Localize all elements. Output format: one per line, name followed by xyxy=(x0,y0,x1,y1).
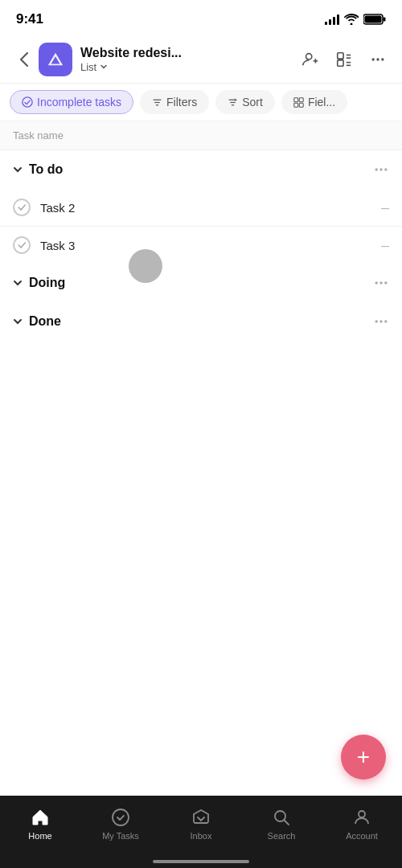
chevron-down-icon xyxy=(100,63,108,71)
header: Website redesi... List xyxy=(0,35,402,84)
task-row[interactable]: Task 2 – xyxy=(0,189,402,227)
home-icon xyxy=(30,807,51,828)
svg-point-31 xyxy=(375,281,378,284)
section-doing-more[interactable] xyxy=(373,275,389,291)
task-name: Task 3 xyxy=(40,239,375,252)
sort-label: Sort xyxy=(242,96,263,108)
sort-icon xyxy=(228,97,238,108)
svg-point-32 xyxy=(379,281,382,284)
section-doing-title: Doing xyxy=(29,276,65,290)
wifi-icon xyxy=(344,14,359,25)
filters-label: Filters xyxy=(166,96,197,108)
section-done-header[interactable]: Done xyxy=(0,302,402,341)
svg-rect-8 xyxy=(338,52,343,58)
project-title: Website redesi... xyxy=(80,46,296,60)
drag-handle-overlay xyxy=(129,249,162,283)
svg-point-5 xyxy=(306,53,312,59)
section-todo-header[interactable]: To do xyxy=(0,150,402,189)
status-bar: 9:41 xyxy=(0,0,402,35)
section-done: Done xyxy=(0,302,402,341)
svg-point-16 xyxy=(381,58,384,60)
search-icon xyxy=(271,807,292,828)
add-task-fab[interactable]: + xyxy=(341,735,386,780)
task-checkbox[interactable] xyxy=(13,199,31,216)
fields-icon xyxy=(293,97,304,108)
section-todo-title: To do xyxy=(29,162,63,177)
svg-line-39 xyxy=(285,821,289,825)
filter-icon xyxy=(152,97,162,108)
nav-search[interactable]: Search xyxy=(241,804,322,841)
add-icon: + xyxy=(357,746,370,768)
svg-rect-27 xyxy=(299,103,303,107)
check-icon xyxy=(17,203,27,212)
fields-label: Fiel... xyxy=(308,96,335,108)
home-label: Home xyxy=(28,831,51,841)
svg-rect-26 xyxy=(294,103,298,107)
section-done-left: Done xyxy=(13,314,61,329)
column-header: Task name xyxy=(0,121,402,150)
filters-chip[interactable]: Filters xyxy=(140,90,209,114)
svg-rect-2 xyxy=(365,16,382,23)
nav-my-tasks[interactable]: My Tasks xyxy=(80,804,161,841)
bottom-nav: Home My Tasks Inbox Search xyxy=(0,796,402,868)
svg-point-17 xyxy=(23,97,32,107)
account-icon xyxy=(351,807,372,828)
task-checkbox[interactable] xyxy=(13,236,31,254)
status-time: 9:41 xyxy=(16,11,43,27)
sections-container: To do Task 2 – Task 3 – xyxy=(0,150,402,341)
add-member-button[interactable] xyxy=(296,45,325,74)
task-name: Task 2 xyxy=(40,201,375,215)
section-todo-left: To do xyxy=(13,162,63,177)
section-doing-header[interactable]: Doing xyxy=(0,264,402,302)
account-label: Account xyxy=(346,831,378,841)
project-subtitle: List xyxy=(80,61,296,73)
svg-point-28 xyxy=(375,168,378,170)
svg-rect-1 xyxy=(384,18,386,22)
svg-rect-25 xyxy=(299,97,303,101)
svg-rect-9 xyxy=(338,59,343,65)
svg-rect-24 xyxy=(294,97,298,101)
project-icon xyxy=(39,43,72,76)
check-icon xyxy=(17,240,27,250)
incomplete-tasks-label: Incomplete tasks xyxy=(37,96,121,108)
project-info: Website redesi... List xyxy=(80,46,296,73)
fields-chip[interactable]: Fiel... xyxy=(281,90,347,114)
svg-point-30 xyxy=(384,168,387,170)
chevron-down-icon xyxy=(13,278,23,288)
home-indicator xyxy=(153,860,249,863)
more-options-button[interactable] xyxy=(363,45,392,74)
nav-inbox[interactable]: Inbox xyxy=(161,804,241,841)
nav-account[interactable]: Account xyxy=(322,804,402,841)
svg-point-14 xyxy=(372,58,375,60)
task-name-column: Task name xyxy=(13,129,64,141)
battery-icon xyxy=(363,14,386,25)
nav-home[interactable]: Home xyxy=(0,804,80,841)
signal-icon xyxy=(325,14,339,25)
svg-point-29 xyxy=(379,168,382,170)
task-row[interactable]: Task 3 – xyxy=(0,227,402,264)
back-button[interactable] xyxy=(10,45,39,74)
inbox-icon xyxy=(191,807,211,828)
incomplete-tasks-filter[interactable]: Incomplete tasks xyxy=(10,90,133,114)
svg-point-33 xyxy=(384,281,387,284)
filter-bar: Incomplete tasks Filters Sort Fiel... xyxy=(0,84,402,121)
section-done-title: Done xyxy=(29,314,61,329)
check-circle-icon xyxy=(22,96,33,108)
svg-point-36 xyxy=(384,320,387,322)
section-todo: To do Task 2 – Task 3 – xyxy=(0,150,402,264)
chevron-down-icon xyxy=(13,165,23,174)
task-extra: – xyxy=(381,199,389,216)
chevron-down-icon xyxy=(13,317,23,326)
task-extra: – xyxy=(381,237,389,254)
svg-point-15 xyxy=(376,58,379,60)
sort-chip[interactable]: Sort xyxy=(215,90,275,114)
section-todo-more[interactable] xyxy=(373,162,389,178)
svg-point-37 xyxy=(113,809,129,825)
section-done-more[interactable] xyxy=(373,313,389,330)
inbox-label: Inbox xyxy=(191,831,212,841)
header-actions xyxy=(296,45,392,74)
section-doing: Doing xyxy=(0,264,402,302)
view-options-button[interactable] xyxy=(330,45,359,74)
my-tasks-icon xyxy=(110,807,131,828)
svg-point-34 xyxy=(375,320,378,322)
